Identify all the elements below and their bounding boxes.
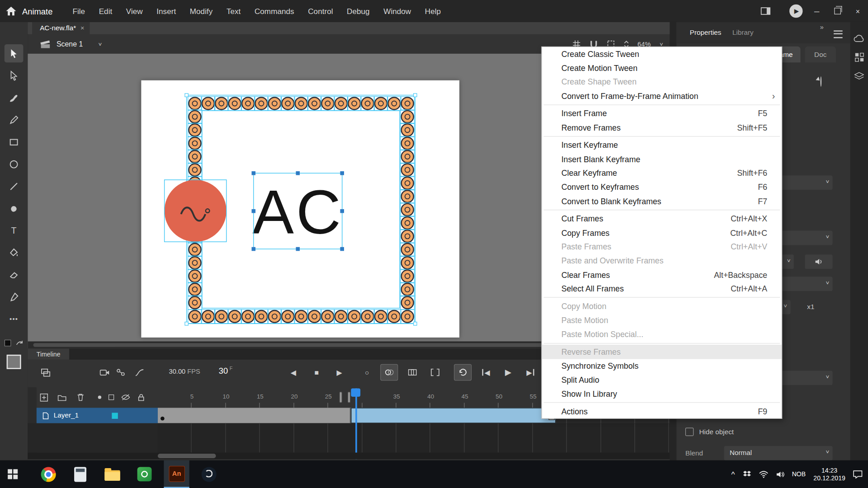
fill-color-swatch[interactable] (7, 355, 21, 369)
context-menu-item[interactable]: Paste Motion Special... (542, 327, 782, 341)
swap-colors-icon[interactable] (15, 340, 23, 347)
stage-canvas[interactable]: AC (141, 80, 459, 338)
context-menu-item[interactable]: Cut Frames Ctrl+Alt+X (542, 212, 782, 226)
insert-keyframe-button[interactable]: ■ (308, 364, 326, 381)
menubar-item[interactable]: Insert (156, 7, 176, 16)
menubar-item[interactable]: Control (308, 7, 333, 16)
volume-icon[interactable] (776, 470, 784, 478)
timeline-tab[interactable]: Timeline (28, 348, 69, 359)
menubar-item[interactable]: Help (425, 7, 441, 16)
edit-multiple-frames-button[interactable] (404, 364, 421, 381)
scrollbar-handle[interactable] (33, 343, 559, 347)
next-keyframe-button[interactable]: ▶ (330, 364, 348, 381)
context-menu-item[interactable] (542, 208, 782, 212)
align-panel-icon[interactable] (854, 52, 864, 62)
maximize-button[interactable] (827, 0, 847, 22)
context-menu-item[interactable]: Split Audio (542, 373, 782, 387)
menubar-item[interactable]: Modify (190, 7, 212, 16)
panel-menu-icon[interactable] (834, 30, 843, 38)
onion-skin-button[interactable]: ○ (358, 364, 376, 381)
start-button[interactable] (0, 460, 25, 488)
context-menu-item[interactable]: Convert to Blank Keyframes F7 (542, 194, 782, 208)
graph-editor-icon[interactable] (131, 364, 148, 381)
context-menu-item[interactable]: Create Motion Tween (542, 61, 782, 75)
eyedropper-tool[interactable] (5, 288, 24, 306)
context-menu-item[interactable]: Create Shape Tween (542, 75, 782, 89)
minimize-button[interactable]: ─ (807, 0, 827, 22)
modify-markers-button[interactable] (426, 364, 444, 381)
context-menu-item[interactable]: Create Classic Tween (542, 47, 782, 61)
context-menu-item[interactable]: Copy Frames Ctrl+Alt+C (542, 226, 782, 240)
scene-name[interactable]: Scene 1 (57, 40, 83, 48)
onion-skin-outlines-button[interactable] (380, 364, 398, 381)
context-menu-item[interactable]: Paste Motion (542, 313, 782, 327)
stroke-color-swatch[interactable] (5, 340, 11, 347)
eraser-tool[interactable] (5, 266, 24, 284)
chrome-app-button[interactable] (35, 460, 61, 488)
hide-object-checkbox[interactable] (685, 428, 693, 436)
text-tool[interactable]: T (5, 221, 24, 239)
context-menu-item[interactable]: Convert to Frame-by-Frame Animation › (542, 89, 782, 103)
context-menu-item[interactable]: Paste Frames Ctrl+Alt+V (542, 240, 782, 254)
context-menu-item[interactable] (542, 341, 782, 345)
animate-app-button[interactable]: An (164, 460, 189, 488)
play-button[interactable]: ▶ (499, 364, 517, 381)
menubar-item[interactable]: Text (226, 7, 241, 16)
menubar-item[interactable]: File (72, 7, 85, 16)
dropbox-icon[interactable] (743, 470, 751, 478)
line-tool[interactable] (5, 177, 24, 195)
context-menu-item[interactable]: Reverse Frames (542, 345, 782, 359)
home-icon[interactable] (5, 6, 16, 16)
previous-keyframe-button[interactable]: ◀ (284, 364, 302, 381)
tab-properties[interactable]: Properties (690, 29, 722, 37)
more-tools-button[interactable]: ••• (5, 310, 24, 328)
language-indicator[interactable]: NOB (792, 471, 806, 478)
outline-view-icon[interactable] (106, 390, 117, 404)
layers-view-icon[interactable] (37, 364, 54, 381)
go-to-first-frame-button[interactable]: ◀ (477, 364, 495, 381)
context-menu-item[interactable]: Show In Library (542, 387, 782, 401)
context-menu-item[interactable] (542, 296, 782, 300)
calculator-app-button[interactable] (67, 460, 93, 488)
test-movie-button[interactable]: ▶ (789, 5, 802, 18)
edit-scene-icon[interactable] (40, 40, 51, 49)
onion-range-marker[interactable] (340, 392, 342, 403)
context-menu-item[interactable]: Copy Motion (542, 300, 782, 314)
tab-library[interactable]: Library (732, 29, 754, 37)
context-menu-item[interactable]: Insert Blank Keyframe (542, 152, 782, 166)
pencil-tool[interactable] (5, 111, 24, 129)
action-center-icon[interactable] (853, 470, 863, 478)
media-app-button[interactable] (196, 460, 221, 488)
context-menu-item[interactable]: Synchronize Symbols (542, 359, 782, 373)
subselection-tool[interactable] (5, 66, 24, 84)
current-frame[interactable]: 30 F (219, 366, 233, 375)
ac-text[interactable]: AC (253, 178, 343, 247)
rectangle-tool[interactable] (5, 133, 24, 151)
context-menu-item[interactable] (542, 103, 782, 107)
panel-collapse-icon[interactable]: » (820, 23, 824, 31)
repeat-count[interactable]: x1 (807, 303, 814, 311)
tray-expand-icon[interactable]: ^ (731, 470, 735, 479)
document-tab[interactable]: AC-new.fla* × (32, 22, 90, 34)
show-all-layers-icon[interactable] (94, 390, 105, 404)
loop-button[interactable] (454, 364, 472, 381)
taskbar-clock[interactable]: 14:23 20.12.2019 (813, 466, 845, 482)
menubar-item[interactable]: Window (383, 7, 411, 16)
sync-settings-icon[interactable] (821, 76, 821, 87)
blend-dropdown[interactable]: Normal ˅ (724, 446, 833, 460)
red-circle-object[interactable] (165, 180, 226, 242)
layers-panel-icon[interactable] (854, 72, 864, 80)
layer-name-cell[interactable]: Layer_1 (37, 408, 158, 423)
timeline-empty-rows[interactable] (28, 423, 670, 453)
camera-icon[interactable] (96, 364, 113, 381)
menubar-item[interactable]: Commands (255, 7, 294, 16)
audio-button[interactable] (805, 254, 832, 269)
menubar-item[interactable]: Debug (347, 7, 370, 16)
lock-layers-icon[interactable] (135, 390, 148, 404)
layer-name[interactable]: Layer_1 (54, 412, 79, 419)
close-button[interactable]: × (848, 0, 868, 22)
timeline-horizontal-scrollbar[interactable] (28, 453, 670, 460)
network-icon[interactable] (759, 470, 768, 478)
context-menu-item[interactable]: Paste and Overwrite Frames (542, 254, 782, 268)
menubar-item[interactable]: Edit (99, 7, 113, 16)
